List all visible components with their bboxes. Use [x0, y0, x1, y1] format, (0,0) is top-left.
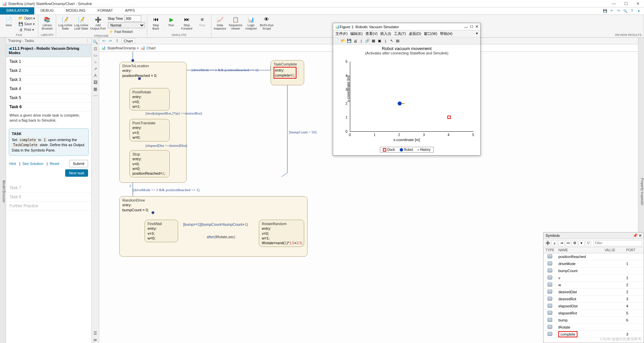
log-leaf-state-button[interactable]: 📝Log Active Leaf State	[74, 15, 88, 31]
fast-restart-button[interactable]: ⚡Fast Restart	[108, 29, 145, 34]
undo-icon[interactable]: ↶	[609, 8, 614, 14]
menu-more-icon[interactable]: ▾	[475, 31, 479, 36]
transition-rot[interactable]: [mod(elapsedRot,2*pi) >=desiredRot]	[146, 111, 202, 115]
nav-fwd-icon[interactable]: ⇨	[108, 39, 113, 43]
task-6[interactable]: Task 6	[6, 102, 91, 112]
task-4[interactable]: Task 4	[6, 84, 91, 93]
menu-help[interactable]: 帮助(H)	[439, 31, 453, 36]
task-2[interactable]: Task 2	[6, 66, 91, 75]
state-pure-rotate[interactable]: PureRotate entry: v=0; w=1;	[129, 88, 170, 111]
transition-mode2-num[interactable]: 2	[129, 184, 131, 188]
log-active-state-button[interactable]: 📝Log Active State	[58, 15, 72, 31]
submit-button[interactable]: Submit	[69, 160, 88, 167]
training-breadcrumb[interactable]: ◀ 11.1 Project - Robotic Vacuum Driving …	[6, 44, 91, 57]
menu-view[interactable]: 查看(V)	[364, 31, 379, 36]
fig-cursor-icon[interactable]: ↖	[389, 38, 394, 44]
state-stop[interactable]: Stop entry: v=0; w=0; positionReached=1;	[129, 150, 170, 177]
symbols-filter-input[interactable]	[593, 240, 642, 246]
expand-icon[interactable]: ▾	[636, 8, 641, 14]
chart-list-icon[interactable]: ☰	[92, 330, 98, 336]
see-solution-link[interactable]: See Solution	[22, 162, 43, 166]
transition-after[interactable]: after(tRotate,sec)	[207, 235, 235, 239]
menu-tools[interactable]: 工具(T)	[393, 31, 407, 36]
fig-save-icon[interactable]: 💾	[347, 38, 352, 44]
tab-simulation[interactable]: SIMULATION	[0, 7, 34, 14]
symbols-close-icon[interactable]: ✕	[639, 233, 642, 238]
maximize-icon[interactable]: ☐	[622, 1, 630, 6]
symbol-row[interactable]: bumpCount	[544, 267, 644, 274]
symbol-row[interactable]: elapsedRot5	[544, 310, 644, 317]
circle-icon[interactable]: ○	[92, 59, 98, 65]
state-find-wall[interactable]: FindWall entry: v=3; w=0;	[145, 220, 178, 242]
save-qa-icon[interactable]: 💾	[602, 8, 608, 14]
task-5[interactable]: Task 5	[6, 93, 91, 102]
arrow-icon[interactable]: ↗	[92, 66, 98, 72]
sym-filter-icon[interactable]: ▽	[585, 240, 591, 246]
sequence-viewer-button[interactable]: 📋Sequence Viewer	[229, 15, 243, 31]
symbol-row[interactable]: desiredRot3	[544, 296, 644, 303]
task-8[interactable]: Task 8	[6, 192, 91, 202]
fig-data-icon[interactable]: ▤	[395, 38, 400, 44]
task-3[interactable]: Task 3	[6, 75, 91, 84]
symbol-row[interactable]: w2	[544, 282, 644, 289]
status-icon[interactable]: ≫	[92, 337, 98, 343]
menu-insert[interactable]: 插入(I)	[379, 31, 392, 36]
box-icon[interactable]: ▭	[92, 52, 98, 58]
birds-eye-button[interactable]: 👁Bird's-Eye Scope	[260, 15, 274, 31]
symbol-row[interactable]: v1	[544, 274, 644, 282]
menu-window[interactable]: 窗口(W)	[423, 31, 438, 36]
data-inspector-button[interactable]: 📈Data Inspector	[213, 15, 227, 31]
state-pure-translate[interactable]: PureTranslate entry: v=3; w=0;	[129, 119, 170, 141]
sim-mode-select[interactable]: Normal	[108, 22, 145, 28]
task-1[interactable]: Task 1	[6, 57, 91, 66]
panel-menu-icon[interactable]: ⋮	[86, 39, 89, 43]
symbol-row[interactable]: bump6	[544, 317, 644, 324]
fig-close-icon[interactable]: ✕	[475, 25, 478, 29]
step-forward-button[interactable]: ⏭Step Forward	[180, 15, 194, 31]
stop-time-input[interactable]	[124, 15, 141, 22]
search-icon[interactable]: 🔍	[622, 8, 628, 14]
menu-file[interactable]: 文件(F)	[334, 31, 349, 36]
transition-mode1[interactable]: [driveMode == 1 && positionReached == 1]	[192, 68, 258, 72]
next-task-button[interactable]: Next task	[65, 169, 88, 177]
step-back-button[interactable]: ⏮Step Back	[149, 15, 163, 31]
table-icon[interactable]: ▦	[92, 86, 98, 92]
open-button[interactable]: 📂Open ▾	[17, 15, 36, 21]
menu-edit[interactable]: 编辑(E)	[349, 31, 364, 36]
tab-apps[interactable]: APPS	[119, 7, 141, 14]
symbols-pin-icon[interactable]: 📌	[633, 233, 638, 238]
task-7[interactable]: Task 7	[6, 183, 91, 192]
transition-dist[interactable]: [elapsedDist >=desiredDist]	[146, 143, 187, 147]
hint-link[interactable]: Hint	[9, 162, 16, 166]
fig-new-icon[interactable]: 📄	[334, 38, 340, 44]
zoom-in-icon[interactable]: 🔍	[92, 39, 98, 45]
library-browser-button[interactable]: 📚Library Browser	[40, 15, 54, 31]
transition-bump[interactable]: [bump==1]{bumpCount=bumpCount+1}	[183, 222, 248, 226]
fig-print-icon[interactable]: 🖨	[353, 38, 358, 44]
run-button[interactable]: ▶Run	[165, 15, 178, 27]
transition-mode2[interactable]: [driveMode == 2 && positionReached == 1]	[133, 188, 199, 192]
tab-debug[interactable]: DEBUG	[34, 7, 59, 14]
save-button[interactable]: 💾Save ▾	[17, 21, 36, 27]
reset-link[interactable]: Reset	[50, 162, 59, 166]
state-rotate-random[interactable]: RotateRandom entry: v=0; w=1; tRotate=ra…	[259, 220, 304, 247]
print-button[interactable]: 🖨Print ▾	[17, 27, 36, 32]
redo-icon[interactable]: ↷	[616, 8, 621, 14]
sym-more-icon[interactable]: ▾	[578, 240, 585, 246]
fit-icon[interactable]: ⊡	[92, 46, 98, 52]
add-output-port-button[interactable]: ➕Add Output Port	[90, 15, 106, 31]
image-icon[interactable]: 🖼	[92, 79, 98, 85]
sym-out-icon[interactable]: ↦	[565, 240, 571, 246]
symbol-row[interactable]: elapsedDist4	[544, 303, 644, 310]
tab-modeling[interactable]: MODELING	[60, 7, 92, 14]
menu-desktop[interactable]: 桌面(D)	[408, 31, 422, 36]
sym-resolve-icon[interactable]: ⚙	[572, 240, 578, 246]
help-icon[interactable]: ?	[629, 8, 635, 14]
stop-sim-button[interactable]: ■Stop	[196, 15, 209, 27]
fig-tile-icon[interactable]: ▦	[371, 38, 376, 44]
fig-minimize-icon[interactable]: —	[464, 25, 468, 29]
transition-bumpcount[interactable]: [bumpCount > 50]	[289, 130, 317, 134]
new-button[interactable]: 📄New	[2, 15, 15, 27]
tab-format[interactable]: FORMAT	[91, 7, 119, 14]
model-browser-gutter[interactable]: Model Browser	[0, 38, 6, 343]
